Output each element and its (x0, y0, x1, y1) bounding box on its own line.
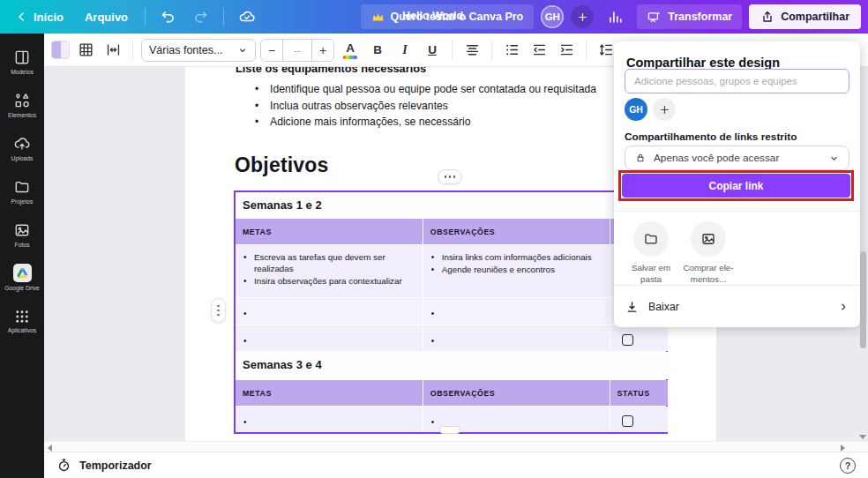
column-header-status[interactable]: STATUS (610, 380, 668, 406)
save-to-folder-button[interactable]: Salvar em pasta (622, 221, 680, 285)
indent-button[interactable] (555, 39, 578, 62)
link-restriction-label: Compartilhamento de links restrito (625, 131, 797, 143)
divider (132, 41, 133, 60)
plus-icon (659, 104, 670, 116)
doc-bullet-item[interactable]: Adicione mais informações, se necessário (255, 114, 596, 131)
table-cell[interactable]: Insira links com informações adicionais … (423, 245, 610, 297)
divider (145, 8, 146, 26)
table-cell[interactable] (236, 407, 423, 432)
vertical-scrollbar-thumb[interactable] (860, 251, 866, 348)
table-cell[interactable] (423, 325, 610, 351)
photo-icon (13, 221, 31, 239)
table-section-title[interactable]: Semanas 3 e 4 (236, 352, 668, 379)
folder-icon (13, 178, 31, 196)
chevron-down-icon (828, 153, 840, 164)
divider (586, 41, 587, 60)
more-options-button[interactable] (438, 169, 462, 184)
doc-bullet-list[interactable]: Identifique qual pessoa ou equipe pode s… (255, 81, 596, 131)
sidebar-item-google-drive[interactable]: Google Drive (1, 257, 43, 298)
save-status-button[interactable] (232, 4, 262, 30)
buy-elements-button[interactable]: Comprar ele- mentos... (679, 221, 737, 285)
column-header-observacoes[interactable]: OBSERVAÇÕES (423, 219, 610, 244)
share-button[interactable]: Compartilhar (749, 4, 861, 29)
table-style-swatch[interactable] (51, 41, 70, 59)
scroll-left-arrow[interactable] (48, 444, 52, 452)
file-menu-button[interactable]: Arquivo (76, 5, 137, 29)
table-cell[interactable]: Escreva as tarefas que devem ser realiza… (236, 245, 423, 297)
sidebar-item-uploads[interactable]: Uploads (1, 127, 43, 168)
user-avatar[interactable]: GH (541, 5, 564, 28)
canva-editor-window: Início Arquivo Hello World. (0, 0, 868, 478)
link-access-dropdown[interactable]: Apenas você pode acessar (625, 146, 849, 170)
google-drive-icon (13, 264, 32, 282)
divider (491, 41, 492, 60)
share-panel: Compartilhar este design GH Compartilham… (614, 41, 860, 327)
home-label: Início (34, 11, 64, 24)
column-header-metas[interactable]: METAS (236, 219, 423, 244)
redo-button[interactable] (186, 4, 215, 30)
cell-spacing-button[interactable] (101, 39, 124, 62)
font-size-increase-button[interactable]: + (312, 40, 333, 61)
add-member-button[interactable] (571, 5, 594, 28)
status-checkbox[interactable] (622, 334, 633, 346)
panel-user-avatar[interactable]: GH (625, 98, 647, 121)
try-canva-pro-button[interactable]: Quero testar o Canva Pro (361, 4, 535, 29)
sidebar-item-aplicativos[interactable]: Aplicativos (1, 300, 43, 341)
text-color-label: A (346, 41, 355, 55)
table-cell[interactable] (610, 325, 668, 351)
outdent-button[interactable] (528, 39, 550, 62)
divider (614, 211, 860, 212)
insights-button[interactable] (601, 4, 630, 30)
underline-button[interactable]: U (421, 39, 444, 62)
italic-button[interactable]: I (393, 39, 416, 62)
transform-button[interactable]: Transformar (637, 4, 742, 29)
doc-heading[interactable]: Liste os equipamentos necessários (236, 67, 426, 75)
sidebar-item-modelos[interactable]: Modelos (1, 41, 43, 82)
font-size-value[interactable]: -- (282, 40, 312, 61)
section-heading[interactable]: Objetivos (235, 153, 329, 177)
add-people-input[interactable] (625, 69, 849, 93)
row-drag-handle[interactable] (211, 298, 226, 323)
font-family-value: Várias fontes... (149, 44, 222, 56)
text-align-button[interactable] (460, 39, 483, 62)
undo-button[interactable] (153, 4, 183, 30)
table-section-title[interactable]: Semanas 1 e 2 (236, 192, 668, 218)
doc-bullet-item[interactable]: Inclua outras observações relevantes (255, 98, 596, 115)
home-button[interactable]: Início (7, 5, 72, 29)
table-cell[interactable] (236, 325, 423, 351)
text-color-button[interactable]: A (339, 39, 362, 62)
font-size-decrease-button[interactable]: − (261, 40, 282, 61)
share-panel-title: Compartilhar este design (626, 56, 780, 70)
scroll-down-arrow[interactable] (859, 435, 866, 439)
magic-presentation-icon (647, 10, 662, 25)
line-spacing-icon (598, 41, 615, 58)
sidebar-item-elementos[interactable]: Elementos (1, 84, 43, 125)
scroll-right-arrow[interactable] (841, 444, 845, 452)
bullet-list-button[interactable] (500, 39, 523, 62)
timer-label[interactable]: Temporizador (79, 459, 152, 472)
table-resize-handle[interactable] (439, 426, 460, 434)
share-upload-icon (760, 10, 774, 24)
table-cell[interactable] (610, 407, 668, 432)
rainbow-color-bar (343, 56, 357, 59)
table-grid-icon (78, 41, 94, 58)
add-person-button[interactable] (653, 98, 676, 121)
horizontal-scrollbar (44, 441, 868, 452)
table-cell[interactable] (236, 298, 423, 325)
table-grid-button[interactable] (74, 39, 97, 62)
status-checkbox[interactable] (622, 415, 633, 427)
help-button[interactable]: ? (840, 458, 856, 474)
outdent-icon (531, 41, 548, 58)
column-header-metas[interactable]: METAS (236, 380, 423, 406)
lock-icon (634, 152, 647, 164)
doc-bullet-item[interactable]: Identifique qual pessoa ou equipe pode s… (255, 81, 596, 98)
cloud-check-icon (238, 8, 256, 26)
download-row[interactable]: Baixar (625, 295, 849, 318)
bold-button[interactable]: B (366, 39, 389, 62)
sidebar-item-projetos[interactable]: Projetos (1, 170, 43, 212)
font-family-selector[interactable]: Várias fontes... (141, 39, 256, 62)
copy-link-button[interactable]: Copiar link (622, 174, 850, 198)
table-cell[interactable] (423, 298, 610, 325)
column-header-observacoes[interactable]: OBSERVAÇÕES (423, 380, 610, 406)
sidebar-item-fotos[interactable]: Fotos (1, 213, 43, 255)
